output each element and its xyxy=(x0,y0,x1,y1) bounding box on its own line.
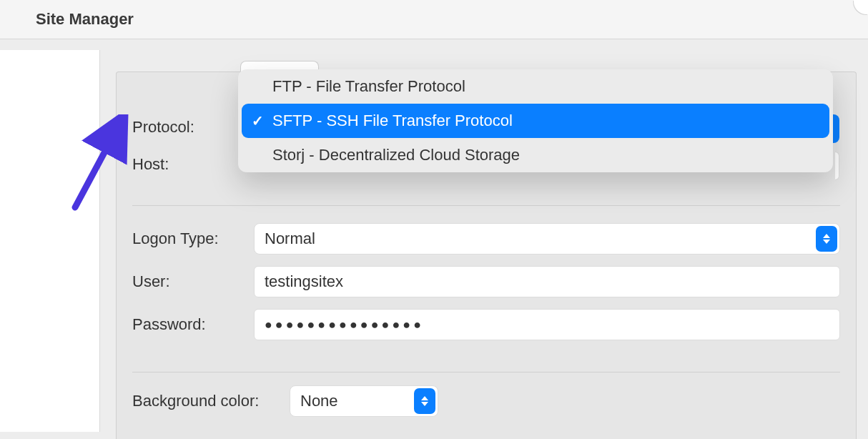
user-label: User: xyxy=(132,272,254,291)
host-label: Host: xyxy=(132,155,254,174)
protocol-option-label: SFTP - SSH File Transfer Protocol xyxy=(272,112,513,130)
background-color-select[interactable]: None xyxy=(290,385,438,417)
protocol-option-sftp[interactable]: SFTP - SSH File Transfer Protocol xyxy=(242,104,829,138)
protocol-dropdown-menu: FTP - File Transfer Protocol SFTP - SSH … xyxy=(238,69,833,172)
background-color-value: None xyxy=(300,392,338,410)
password-row: Password: ●●●●●●●●●●●●●●● xyxy=(132,309,840,340)
logon-type-value: Normal xyxy=(265,230,315,248)
logon-type-row: Logon Type: Normal xyxy=(132,223,840,255)
protocol-option-ftp[interactable]: FTP - File Transfer Protocol xyxy=(238,69,833,104)
window-titlebar: Site Manager xyxy=(0,0,868,39)
updown-icon xyxy=(816,226,837,252)
logon-type-label: Logon Type: xyxy=(132,230,254,248)
protocol-option-label: FTP - File Transfer Protocol xyxy=(272,77,465,96)
protocol-label: Protocol: xyxy=(132,118,254,137)
divider xyxy=(132,372,840,373)
user-value: testingsitex xyxy=(265,272,343,291)
user-input[interactable]: testingsitex xyxy=(254,266,840,297)
background-color-row: Background color: None xyxy=(132,385,840,417)
site-list-sidebar[interactable] xyxy=(0,50,100,432)
logon-type-select[interactable]: Normal xyxy=(254,223,840,255)
host-input-peek[interactable] xyxy=(835,152,839,180)
window-title: Site Manager xyxy=(36,10,134,29)
protocol-option-label: Storj - Decentralized Cloud Storage xyxy=(272,146,520,164)
updown-icon xyxy=(414,388,435,414)
divider xyxy=(132,205,840,206)
password-input[interactable]: ●●●●●●●●●●●●●●● xyxy=(254,309,840,340)
protocol-option-storj[interactable]: Storj - Decentralized Cloud Storage xyxy=(238,138,833,172)
user-row: User: testingsitex xyxy=(132,266,840,297)
password-masked-value: ●●●●●●●●●●●●●●● xyxy=(265,317,424,332)
password-label: Password: xyxy=(132,315,254,334)
background-color-label: Background color: xyxy=(132,392,290,410)
